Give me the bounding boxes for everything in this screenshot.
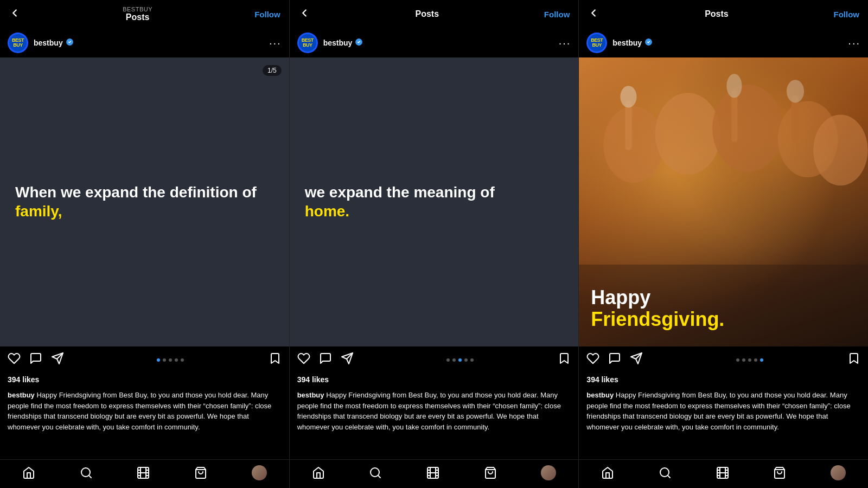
share-button[interactable]: [341, 352, 354, 368]
slide-dark: When we expand the definition of family,: [0, 57, 289, 346]
caption-text: bestbuy Happy Friendsgiving from Best Bu…: [297, 391, 561, 432]
caption-author[interactable]: bestbuy: [297, 391, 324, 399]
caption-area: bestbuy Happy Friendsgiving from Best Bu…: [579, 388, 868, 459]
username-area: bestbuy: [612, 38, 848, 48]
nav-search-button[interactable]: [80, 466, 93, 479]
post-header: BESTBUY Posts Follow: [0, 0, 289, 28]
nav-reels-button[interactable]: [426, 466, 439, 479]
username-area: bestbuy: [323, 38, 559, 48]
nav-shop-button[interactable]: [484, 466, 497, 479]
back-button[interactable]: [588, 7, 599, 21]
verified-icon: [66, 38, 74, 48]
carousel-dot-4: [760, 358, 763, 362]
svg-point-41: [787, 80, 804, 102]
back-button[interactable]: [9, 7, 21, 21]
profile-row: BESTBUY bestbuy ···: [290, 28, 579, 57]
more-options-button[interactable]: ···: [848, 37, 860, 49]
post-image-area: Happy Friendsgiving.: [579, 57, 868, 346]
slide-text-yellow: family,: [15, 202, 274, 221]
caption-area: bestbuy Happy Friendsgiving from Best Bu…: [290, 388, 579, 459]
carousel-dot-1: [742, 358, 745, 362]
like-button[interactable]: [297, 352, 310, 368]
avatar[interactable]: BESTBUY: [297, 33, 318, 53]
header-center: BESTBUY Posts: [21, 6, 254, 22]
carousel-dots: [362, 358, 558, 362]
share-button[interactable]: [51, 352, 64, 368]
carousel-dot-2: [748, 358, 751, 362]
comment-button[interactable]: [319, 352, 332, 368]
svg-rect-38: [732, 90, 738, 142]
header-title: Posts: [705, 9, 729, 19]
svg-point-31: [604, 106, 664, 183]
likes-count: 394 likes: [8, 375, 39, 384]
nav-search-button[interactable]: [369, 466, 382, 479]
caption-author[interactable]: bestbuy: [586, 391, 614, 399]
comment-button[interactable]: [608, 352, 621, 368]
share-button[interactable]: [630, 352, 643, 368]
bookmark-button[interactable]: [269, 352, 282, 368]
svg-point-33: [713, 85, 784, 172]
nav-reels-button[interactable]: [716, 466, 729, 479]
bottom-nav: [579, 459, 868, 488]
slide-photo: Happy Friendsgiving.: [579, 57, 868, 346]
comment-button[interactable]: [29, 352, 42, 368]
verified-icon: [644, 38, 653, 48]
like-button[interactable]: [586, 352, 599, 368]
slide-text-yellow: home.: [305, 202, 564, 221]
bookmark-button[interactable]: [558, 352, 571, 368]
carousel-dot-1: [452, 358, 456, 362]
svg-line-46: [668, 476, 670, 478]
panel-1: BESTBUY Posts Follow BESTBUY bestbuy ···…: [0, 0, 290, 488]
avatar[interactable]: BESTBUY: [586, 33, 607, 53]
username-label: bestbuy: [612, 38, 642, 47]
nav-reels-button[interactable]: [137, 466, 150, 479]
photo-text-yellow: Friendsgiving.: [591, 309, 724, 330]
likes-count: 394 likes: [586, 375, 618, 384]
actions-row: [290, 346, 579, 374]
slide-photo-text: Happy Friendsgiving.: [579, 276, 736, 346]
likes-row: 394 likes: [0, 374, 289, 388]
panel-2: Posts Follow BESTBUY bestbuy ··· we expa…: [290, 0, 579, 488]
likes-count: 394 likes: [297, 375, 329, 384]
follow-button[interactable]: Follow: [834, 10, 860, 19]
header-title: Posts: [126, 12, 150, 22]
more-options-button[interactable]: ···: [269, 37, 282, 49]
avatar[interactable]: BESTBUY: [8, 33, 28, 53]
post-header: Posts Follow: [579, 0, 868, 28]
carousel-dot-1: [163, 358, 166, 362]
carousel-dot-3: [754, 358, 757, 362]
caption-text: bestbuy Happy Friendsgiving from Best Bu…: [586, 391, 850, 432]
carousel-dot-3: [464, 358, 468, 362]
svg-point-32: [655, 93, 721, 175]
nav-home-button[interactable]: [22, 466, 35, 479]
likes-row: 394 likes: [290, 374, 579, 388]
photo-text-white: Happy: [591, 287, 724, 309]
more-options-button[interactable]: ···: [559, 37, 571, 49]
bookmark-button[interactable]: [847, 352, 860, 368]
carousel-dots: [652, 358, 847, 362]
caption-author[interactable]: bestbuy: [8, 391, 35, 399]
like-button[interactable]: [8, 352, 21, 368]
carousel-dot-4: [470, 358, 474, 362]
nav-profile-button[interactable]: [252, 465, 267, 480]
caption-text: bestbuy Happy Friendsgiving from Best Bu…: [8, 391, 271, 432]
nav-home-button[interactable]: [601, 466, 614, 479]
slide-counter: 1/5: [263, 65, 282, 76]
carousel-dot-0: [446, 358, 450, 362]
svg-point-39: [727, 74, 742, 98]
follow-button[interactable]: Follow: [254, 10, 280, 19]
carousel-dot-0: [157, 358, 160, 362]
profile-row: BESTBUY bestbuy ···: [0, 28, 289, 57]
slide-text-white: When we expand the definition of: [15, 183, 274, 202]
follow-button[interactable]: Follow: [544, 10, 570, 19]
nav-search-button[interactable]: [659, 466, 672, 479]
nav-shop-button[interactable]: [194, 466, 207, 479]
nav-shop-button[interactable]: [773, 466, 786, 479]
actions-row: [579, 346, 868, 374]
back-button[interactable]: [298, 7, 310, 21]
bottom-nav: [290, 459, 579, 488]
bottom-nav: [0, 459, 289, 488]
nav-profile-button[interactable]: [541, 465, 556, 480]
nav-profile-button[interactable]: [831, 465, 846, 480]
nav-home-button[interactable]: [312, 466, 325, 479]
